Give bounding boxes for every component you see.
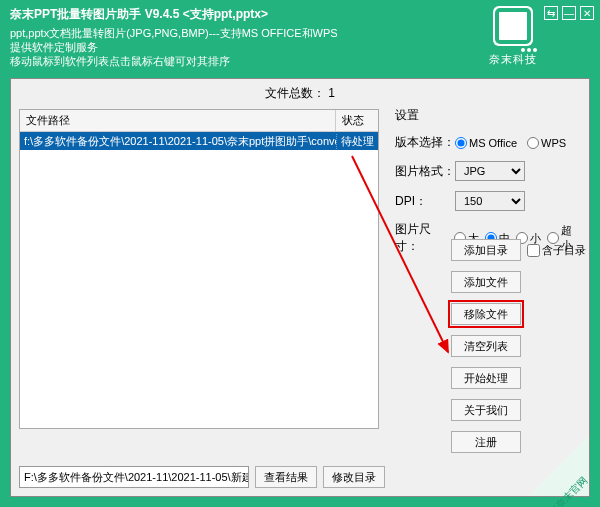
version-radio-group: MS Office WPS <box>455 137 566 149</box>
version-option-wps[interactable]: WPS <box>527 137 566 149</box>
file-total-label: 文件总数： 1 <box>11 85 589 102</box>
brand-logo: 奈末科技 <box>486 6 540 72</box>
window-controls: ⇆ — ✕ <box>544 6 594 20</box>
format-select[interactable]: JPG <box>455 161 525 181</box>
dpi-row: DPI： 150 <box>391 191 581 211</box>
modify-dir-button[interactable]: 修改目录 <box>323 466 385 488</box>
close-button[interactable]: ✕ <box>580 6 594 20</box>
row-status: 待处理 <box>336 134 378 149</box>
format-row: 图片格式： JPG <box>391 161 581 181</box>
action-button-column: 添加目录 添加文件 移除文件 清空列表 开始处理 关于我们 注册 <box>451 239 521 453</box>
include-subdir-input[interactable] <box>527 244 540 257</box>
dpi-select[interactable]: 150 <box>455 191 525 211</box>
output-path-input[interactable]: F:\多多软件备份文件\2021-11\2021-11-05\新建文件夹 <box>19 466 249 488</box>
minimize-button[interactable]: — <box>562 6 576 20</box>
add-file-button[interactable]: 添加文件 <box>451 271 521 293</box>
add-dir-button[interactable]: 添加目录 <box>451 239 521 261</box>
file-total-value: 1 <box>328 86 335 100</box>
radio-wps[interactable] <box>527 137 539 149</box>
remove-file-button[interactable]: 移除文件 <box>451 303 521 325</box>
start-process-button[interactable]: 开始处理 <box>451 367 521 389</box>
clear-list-button[interactable]: 清空列表 <box>451 335 521 357</box>
column-path-header[interactable]: 文件路径 <box>20 110 336 131</box>
logo-text: 奈末科技 <box>489 52 537 67</box>
radio-msoffice[interactable] <box>455 137 467 149</box>
title-bar: 奈末PPT批量转图片助手 V9.4.5 <支持ppt,pptx> ppt,ppt… <box>0 0 600 78</box>
logo-icon <box>493 6 533 46</box>
view-result-button[interactable]: 查看结果 <box>255 466 317 488</box>
about-button[interactable]: 关于我们 <box>451 399 521 421</box>
table-row[interactable]: f:\多多软件备份文件\2021-11\2021-11-05\奈末ppt拼图助手… <box>20 132 378 150</box>
format-label: 图片格式： <box>395 163 455 180</box>
version-row: 版本选择： MS Office WPS <box>391 134 581 151</box>
file-total-text: 文件总数： <box>265 86 325 100</box>
list-header: 文件路径 状态 <box>20 110 378 132</box>
file-list[interactable]: 文件路径 状态 f:\多多软件备份文件\2021-11\2021-11-05\奈… <box>19 109 379 429</box>
register-button[interactable]: 注册 <box>451 431 521 453</box>
settings-window-button[interactable]: ⇆ <box>544 6 558 20</box>
column-status-header[interactable]: 状态 <box>336 110 378 131</box>
include-subdir-checkbox[interactable]: 含子目录 <box>527 243 586 258</box>
row-path: f:\多多软件备份文件\2021-11\2021-11-05\奈末ppt拼图助手… <box>20 134 336 149</box>
settings-title: 设置 <box>391 107 581 124</box>
dpi-label: DPI： <box>395 193 455 210</box>
version-label: 版本选择： <box>395 134 455 151</box>
size-label: 图片尺寸： <box>395 221 454 255</box>
version-option-msoffice[interactable]: MS Office <box>455 137 517 149</box>
main-panel: 文件总数： 1 文件路径 状态 f:\多多软件备份文件\2021-11\2021… <box>10 78 590 497</box>
